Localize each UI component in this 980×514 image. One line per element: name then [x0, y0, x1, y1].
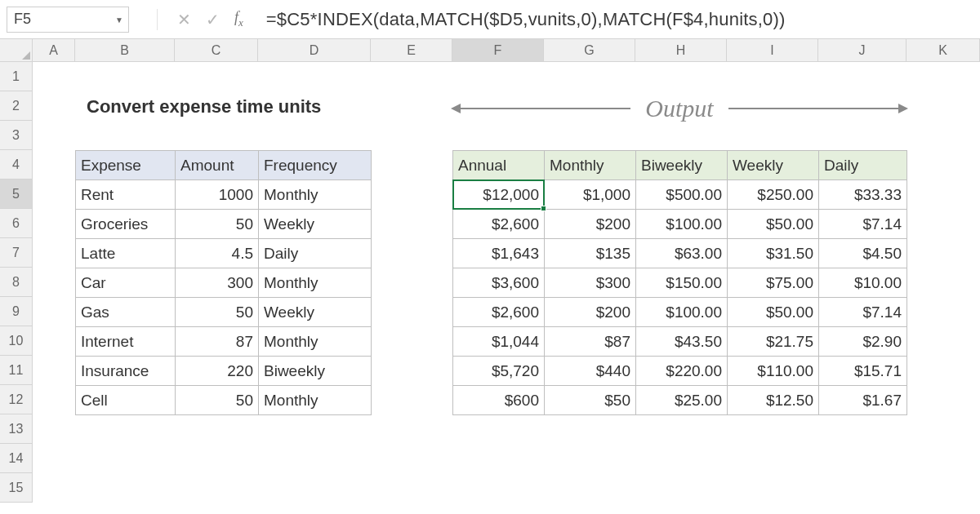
fx-icon[interactable]: fx — [234, 9, 243, 29]
cell[interactable]: $7.14 — [819, 210, 907, 239]
cell[interactable]: 220 — [176, 357, 259, 386]
row-header-11[interactable]: 11 — [0, 356, 32, 385]
cell[interactable]: $1,044 — [453, 327, 545, 357]
cell[interactable]: Monthly — [259, 268, 372, 298]
row-header-1[interactable]: 1 — [0, 62, 32, 91]
cell[interactable]: $12.50 — [728, 386, 819, 415]
output-header[interactable]: Annual — [453, 151, 545, 180]
row-header-9[interactable]: 9 — [0, 297, 32, 326]
row-header-5[interactable]: 5 — [0, 179, 32, 209]
cell[interactable]: $2.90 — [819, 327, 907, 357]
cell[interactable]: $135 — [545, 239, 636, 268]
cell[interactable]: Monthly — [259, 180, 372, 210]
row-header-10[interactable]: 10 — [0, 326, 32, 356]
cell[interactable]: $63.00 — [636, 239, 728, 268]
cell[interactable]: $150.00 — [636, 268, 728, 298]
cell[interactable]: $12,000 — [453, 180, 545, 210]
select-all-corner[interactable] — [0, 39, 33, 62]
col-header-F[interactable]: F — [452, 39, 544, 61]
col-header-H[interactable]: H — [635, 39, 727, 61]
cell[interactable]: $50.00 — [728, 298, 819, 327]
cell[interactable]: Monthly — [259, 327, 372, 357]
cell[interactable]: Gas — [76, 298, 176, 327]
row-header-3[interactable]: 3 — [0, 121, 32, 150]
cell[interactable]: Latte — [76, 239, 176, 268]
cell[interactable]: Weekly — [259, 210, 372, 239]
col-header-J[interactable]: J — [818, 39, 906, 61]
row-header-15[interactable]: 15 — [0, 473, 32, 503]
cell[interactable]: $21.75 — [728, 327, 819, 357]
cell[interactable]: $440 — [545, 357, 636, 386]
cell[interactable]: $31.50 — [728, 239, 819, 268]
row-header-8[interactable]: 8 — [0, 268, 32, 297]
cell[interactable]: $5,720 — [453, 357, 545, 386]
cell[interactable]: $2,600 — [453, 210, 545, 239]
cell[interactable]: Weekly — [259, 298, 372, 327]
chevron-down-icon[interactable]: ▼ — [115, 15, 123, 24]
cell[interactable]: $7.14 — [819, 298, 907, 327]
output-header[interactable]: Weekly — [728, 151, 819, 180]
cell[interactable]: $1,643 — [453, 239, 545, 268]
input-header[interactable]: Frequency — [259, 151, 372, 180]
row-header-13[interactable]: 13 — [0, 414, 32, 444]
row-header-7[interactable]: 7 — [0, 238, 32, 268]
cell[interactable]: $600 — [453, 386, 545, 415]
cell[interactable]: $100.00 — [636, 210, 728, 239]
cell-area[interactable]: Convert expense time units Output Expens… — [33, 62, 980, 514]
enter-icon[interactable]: ✓ — [206, 10, 220, 29]
cell[interactable]: 1000 — [176, 180, 259, 210]
output-header[interactable]: Biweekly — [636, 151, 728, 180]
output-header[interactable]: Monthly — [545, 151, 636, 180]
col-header-K[interactable]: K — [906, 39, 980, 61]
col-header-B[interactable]: B — [75, 39, 175, 61]
cancel-icon[interactable]: ✕ — [177, 10, 191, 29]
col-header-C[interactable]: C — [175, 39, 258, 61]
cell[interactable]: Cell — [76, 386, 176, 415]
cell[interactable]: 300 — [176, 268, 259, 298]
input-header[interactable]: Amount — [176, 151, 259, 180]
cell[interactable]: $1.67 — [819, 386, 907, 415]
output-header[interactable]: Daily — [819, 151, 907, 180]
cell[interactable]: $500.00 — [636, 180, 728, 210]
cell[interactable]: $2,600 — [453, 298, 545, 327]
cell[interactable]: 4.5 — [176, 239, 259, 268]
cell[interactable]: $43.50 — [636, 327, 728, 357]
cell[interactable]: $50.00 — [728, 210, 819, 239]
cell[interactable]: $220.00 — [636, 357, 728, 386]
cell[interactable]: Biweekly — [259, 357, 372, 386]
row-header-12[interactable]: 12 — [0, 385, 32, 414]
cell[interactable]: 50 — [176, 298, 259, 327]
cell[interactable]: $15.71 — [819, 357, 907, 386]
cell[interactable]: Groceries — [76, 210, 176, 239]
cell[interactable]: $200 — [545, 298, 636, 327]
cell[interactable]: Internet — [76, 327, 176, 357]
cell[interactable]: 50 — [176, 386, 259, 415]
cell[interactable]: $300 — [545, 268, 636, 298]
col-header-E[interactable]: E — [371, 39, 452, 61]
cell[interactable]: Car — [76, 268, 176, 298]
cell[interactable]: $1,000 — [545, 180, 636, 210]
cell[interactable]: $250.00 — [728, 180, 819, 210]
cell[interactable]: $200 — [545, 210, 636, 239]
cell[interactable]: $25.00 — [636, 386, 728, 415]
cell[interactable]: $110.00 — [728, 357, 819, 386]
row-header-2[interactable]: 2 — [0, 91, 32, 121]
row-header-6[interactable]: 6 — [0, 209, 32, 238]
cell[interactable]: $33.33 — [819, 180, 907, 210]
cell[interactable]: $100.00 — [636, 298, 728, 327]
col-header-I[interactable]: I — [727, 39, 818, 61]
cell[interactable]: Rent — [76, 180, 176, 210]
cell[interactable]: $87 — [545, 327, 636, 357]
cell[interactable]: $4.50 — [819, 239, 907, 268]
cell[interactable]: Daily — [259, 239, 372, 268]
cell[interactable]: $3,600 — [453, 268, 545, 298]
cell[interactable]: Insurance — [76, 357, 176, 386]
row-header-14[interactable]: 14 — [0, 444, 32, 473]
cell[interactable]: $50 — [545, 386, 636, 415]
input-header[interactable]: Expense — [76, 151, 176, 180]
cell[interactable]: Monthly — [259, 386, 372, 415]
col-header-G[interactable]: G — [544, 39, 635, 61]
cell[interactable]: 87 — [176, 327, 259, 357]
row-header-4[interactable]: 4 — [0, 150, 32, 179]
cell[interactable]: 50 — [176, 210, 259, 239]
